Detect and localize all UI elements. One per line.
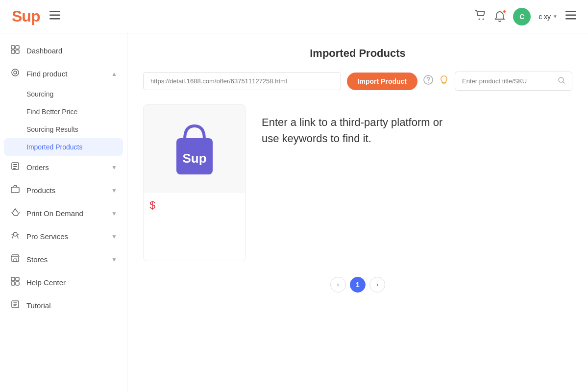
svg-point-13 <box>14 71 17 74</box>
page-title: Imported Products <box>143 47 572 60</box>
sidebar-subitem-sourcing[interactable]: Sourcing <box>0 85 127 103</box>
username-chevron: ▼ <box>553 14 558 19</box>
sidebar-item-dashboard[interactable]: Dashboard <box>0 39 127 62</box>
product-price-area: $ <box>144 193 245 218</box>
sidebar-item-products[interactable]: Products ▼ <box>0 179 127 202</box>
svg-rect-1 <box>49 15 60 16</box>
svg-rect-22 <box>11 277 15 281</box>
import-product-button[interactable]: Import Product <box>347 73 417 90</box>
header: Sup C c xy ▼ <box>0 0 588 33</box>
pro-services-chevron: ▼ <box>111 233 117 240</box>
svg-rect-9 <box>16 46 19 49</box>
products-icon <box>10 185 21 196</box>
svg-rect-8 <box>11 46 15 49</box>
orders-icon <box>10 162 21 173</box>
header-left: Sup <box>12 7 60 25</box>
hamburger-icon[interactable] <box>49 11 60 22</box>
logo: Sup <box>12 7 40 25</box>
find-product-label: Find product <box>26 70 105 78</box>
svg-point-19 <box>13 232 17 236</box>
svg-rect-0 <box>49 11 60 12</box>
svg-text:Sup: Sup <box>182 151 206 166</box>
print-on-demand-label: Print On Demand <box>26 209 105 218</box>
import-bar: Import Product <box>143 72 572 91</box>
pagination: ‹ 1 › <box>143 277 572 293</box>
sidebar-subitem-imported-products[interactable]: Imported Products <box>4 138 123 156</box>
url-input-wrapper[interactable] <box>143 72 341 90</box>
sidebar-item-help-center[interactable]: Help Center <box>0 271 127 294</box>
dashboard-label: Dashboard <box>26 47 117 55</box>
product-bag-svg: Sup <box>168 117 221 181</box>
empty-state-line2: use keywords to find it. <box>262 130 442 147</box>
products-label: Products <box>26 186 105 195</box>
tutorial-icon <box>10 300 21 311</box>
find-better-price-label: Find Better Price <box>26 108 77 116</box>
tutorial-label: Tutorial <box>26 301 117 310</box>
sidebar-item-stores[interactable]: Stores ▼ <box>0 248 127 271</box>
bell-badge <box>502 9 507 14</box>
find-product-chevron: ▲ <box>111 71 117 77</box>
header-right: C c xy ▼ <box>475 8 576 25</box>
sidebar-item-orders[interactable]: Orders ▼ <box>0 156 127 179</box>
print-on-demand-icon <box>10 208 21 219</box>
svg-rect-2 <box>49 18 60 20</box>
svg-rect-6 <box>565 15 576 16</box>
print-on-demand-chevron: ▼ <box>111 210 117 217</box>
svg-rect-7 <box>565 18 576 20</box>
svg-rect-23 <box>16 277 19 281</box>
svg-rect-25 <box>16 282 19 285</box>
pagination-next[interactable]: › <box>369 277 385 293</box>
body-layout: Dashboard Find product ▲ Sourcing Find B… <box>0 33 588 392</box>
price-symbol: $ <box>149 199 155 211</box>
stores-label: Stores <box>26 255 105 264</box>
products-area: Sup $ Enter a link to a third-party plat… <box>143 104 572 261</box>
main-content: Imported Products Import Product <box>127 33 588 392</box>
svg-point-3 <box>479 18 480 20</box>
bulb-icon[interactable] <box>439 75 449 87</box>
search-icon <box>558 77 565 85</box>
svg-rect-20 <box>12 257 19 262</box>
svg-rect-24 <box>11 282 15 285</box>
svg-rect-16 <box>13 166 17 167</box>
help-center-label: Help Center <box>26 278 117 287</box>
pro-services-icon <box>10 231 21 242</box>
username[interactable]: c xy ▼ <box>539 13 558 21</box>
stores-icon <box>10 254 21 265</box>
product-image-area: Sup <box>144 105 245 193</box>
stores-chevron: ▼ <box>111 256 117 263</box>
header-menu-icon[interactable] <box>565 11 576 22</box>
url-input[interactable] <box>150 77 334 85</box>
help-icon[interactable] <box>423 75 433 87</box>
svg-point-4 <box>483 18 484 20</box>
orders-label: Orders <box>26 163 105 172</box>
search-input-wrapper[interactable] <box>455 72 572 91</box>
sidebar-subitem-find-better-price[interactable]: Find Better Price <box>0 103 127 121</box>
svg-rect-5 <box>565 11 576 12</box>
orders-chevron: ▼ <box>111 164 117 171</box>
svg-rect-21 <box>14 259 17 262</box>
avatar[interactable]: C <box>513 8 531 25</box>
bell-wrapper[interactable] <box>494 11 505 23</box>
sidebar-item-pro-services[interactable]: Pro Services ▼ <box>0 225 127 248</box>
svg-rect-10 <box>11 50 15 53</box>
sourcing-results-label: Sourcing Results <box>26 125 78 133</box>
svg-point-28 <box>428 82 429 83</box>
cart-icon[interactable] <box>475 10 487 24</box>
sidebar-item-tutorial[interactable]: Tutorial <box>0 294 127 317</box>
sidebar-item-find-product[interactable]: Find product ▲ <box>0 62 127 85</box>
sidebar-subitem-sourcing-results[interactable]: Sourcing Results <box>0 121 127 138</box>
svg-rect-17 <box>13 168 16 169</box>
empty-state-line1: Enter a link to a third-party platform o… <box>262 114 442 130</box>
imported-products-label: Imported Products <box>26 143 82 151</box>
search-input[interactable] <box>462 77 554 85</box>
svg-point-12 <box>12 69 19 76</box>
sourcing-label: Sourcing <box>26 90 53 98</box>
sidebar-item-print-on-demand[interactable]: Print On Demand ▼ <box>0 202 127 225</box>
help-center-icon <box>10 277 21 288</box>
svg-rect-18 <box>11 187 19 193</box>
products-chevron: ▼ <box>111 187 117 194</box>
svg-rect-15 <box>13 164 17 165</box>
pagination-page-1[interactable]: 1 <box>350 277 366 293</box>
pagination-prev[interactable]: ‹ <box>330 277 346 293</box>
find-product-icon <box>10 68 21 79</box>
